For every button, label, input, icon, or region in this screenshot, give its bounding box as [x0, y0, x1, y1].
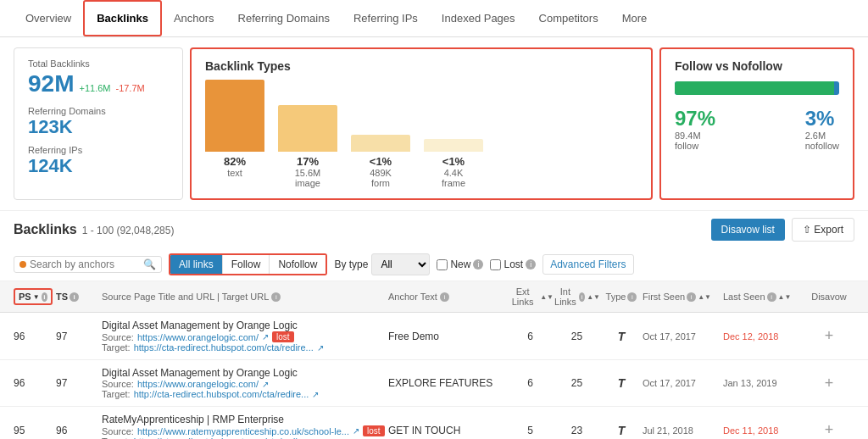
- nofollow-label: nofollow: [805, 141, 839, 151]
- total-backlinks-pos: +11.6M: [79, 83, 110, 93]
- total-backlinks-card: Total Backlinks 92M +11.6M -17.7M Referr…: [14, 47, 183, 200]
- nofollow-button[interactable]: Nofollow: [269, 255, 326, 274]
- target-link-icon: ↗: [312, 390, 319, 399]
- upload-icon: ⇧: [803, 224, 811, 236]
- row-type: T: [600, 330, 643, 343]
- disavow-list-button[interactable]: Disavow list: [711, 219, 785, 241]
- row-disavow[interactable]: +: [804, 421, 854, 439]
- last-info-icon[interactable]: i: [767, 292, 776, 302]
- type-header: Type i: [600, 292, 643, 302]
- row-last-seen: Dec 12, 2018: [723, 331, 804, 342]
- type-info-icon[interactable]: i: [627, 292, 637, 302]
- bar-frame: [424, 139, 483, 152]
- row-ps: 96: [14, 331, 53, 342]
- follow-stats: 97% 89.4M follow: [675, 107, 715, 151]
- nav-item-backlinks[interactable]: Backlinks: [83, 0, 162, 36]
- new-checkbox[interactable]: [437, 259, 448, 270]
- row-ext-links: 6: [507, 377, 554, 389]
- row-ts: 97: [56, 377, 95, 389]
- lost-info-icon[interactable]: i: [526, 259, 536, 270]
- nav-item-anchors[interactable]: Anchors: [162, 2, 226, 35]
- bytype-select[interactable]: All Text Image Form Frame: [371, 253, 430, 275]
- row-disavow[interactable]: +: [804, 327, 854, 345]
- nofollow-pct: 3%: [805, 107, 839, 131]
- int-info-icon[interactable]: i: [579, 292, 585, 302]
- table-body: 96 97 Digital Asset Management by Orange…: [0, 313, 868, 439]
- source-url[interactable]: https://www.orangelogic.com/: [137, 379, 259, 389]
- follow-nofollow-card: Follow vs Nofollow 97% 89.4M follow 3% 2…: [659, 47, 854, 200]
- nav-item-referring-ips[interactable]: Referring IPs: [342, 2, 430, 35]
- search-icon[interactable]: 🔍: [143, 258, 156, 270]
- row-type: T: [600, 424, 643, 437]
- source-header: Source Page Title and URL | Target URL i: [102, 292, 388, 302]
- first-sort-icons: ▲▼: [698, 293, 711, 301]
- first-seen-header[interactable]: First Seen i ▲▼: [643, 292, 723, 302]
- ts-info-icon[interactable]: i: [70, 292, 79, 302]
- nav-item-referring-domains[interactable]: Referring Domains: [226, 2, 342, 35]
- lost-badge: lost: [363, 425, 385, 436]
- row-first-seen: Oct 17, 2017: [643, 378, 723, 388]
- lost-checkbox[interactable]: [490, 259, 501, 270]
- follow-pct: 97%: [675, 107, 715, 131]
- bar-frame-label: <1% 4.4K frame: [424, 155, 483, 188]
- table-row: 96 97 Digital Asset Management by Orange…: [0, 360, 868, 407]
- referring-domains-value: 123K: [28, 116, 169, 138]
- row-last-seen: Jan 13, 2019: [723, 378, 804, 388]
- nav-item-overview[interactable]: Overview: [14, 2, 83, 35]
- source-info-icon[interactable]: i: [271, 292, 281, 302]
- first-info-icon[interactable]: i: [687, 292, 696, 302]
- int-links-header[interactable]: Int Links i ▲▼: [554, 286, 600, 307]
- follow-bar-green: [675, 81, 834, 95]
- anchor-info-icon[interactable]: i: [440, 292, 449, 302]
- source-url[interactable]: https://www.orangelogic.com/: [137, 332, 259, 342]
- search-input[interactable]: [30, 258, 140, 270]
- orange-dot: [19, 261, 26, 268]
- total-backlinks-neg: -17.7M: [115, 83, 144, 93]
- row-anchor: Free Demo: [388, 331, 507, 342]
- source-label: Source:: [102, 426, 134, 436]
- all-links-button[interactable]: All links: [170, 255, 222, 274]
- source-url[interactable]: https://www.ratemyapprenticeship.co.uk/s…: [137, 426, 349, 436]
- backlinks-title: Backlinks: [14, 222, 77, 237]
- row-ext-links: 6: [507, 331, 554, 342]
- ps-header[interactable]: PS ▼ i: [14, 288, 53, 305]
- nav-item-more[interactable]: More: [610, 2, 659, 35]
- external-link-icon: ↗: [353, 426, 359, 436]
- ext-sort-icons: ▲▼: [540, 293, 554, 301]
- link-filter-group: All links Follow Nofollow: [169, 253, 327, 275]
- target-url[interactable]: http://cta-redirect.hubspot.com/cta/redi…: [134, 389, 309, 399]
- row-disavow[interactable]: +: [804, 375, 854, 392]
- follow-button[interactable]: Follow: [222, 255, 270, 274]
- row-title: RateMyApprenticeship | RMP Enterprise: [102, 414, 388, 425]
- bar-form: [351, 135, 410, 152]
- nav-bar: Overview Backlinks Anchors Referring Dom…: [0, 0, 868, 37]
- follow-nofollow-title: Follow vs Nofollow: [675, 59, 839, 73]
- last-seen-header[interactable]: Last Seen i ▲▼: [723, 292, 804, 302]
- nav-item-competitors[interactable]: Competitors: [527, 2, 610, 35]
- bar-image-label: 17% 15.6M image: [278, 155, 337, 188]
- row-source: RateMyApprenticeship | RMP Enterprise So…: [102, 414, 388, 439]
- bar-text: [205, 80, 264, 152]
- total-backlinks-label: Total Backlinks: [28, 58, 169, 69]
- advanced-filters-button[interactable]: Advanced Filters: [542, 254, 633, 275]
- ts-header[interactable]: TS i: [56, 292, 95, 302]
- disavow-header: Disavow: [804, 292, 854, 302]
- target-url[interactable]: https://cta-redirect.hubspot.com/cta/red…: [134, 342, 314, 353]
- nav-item-indexed-pages[interactable]: Indexed Pages: [430, 2, 527, 35]
- external-link-icon: ↗: [262, 332, 269, 342]
- new-label: New: [450, 258, 470, 270]
- row-first-seen: Oct 17, 2017: [643, 331, 723, 342]
- row-last-seen: Dec 11, 2018: [723, 425, 804, 436]
- lost-label: Lost: [504, 258, 523, 270]
- ps-info-icon[interactable]: i: [42, 292, 47, 302]
- new-info-icon[interactable]: i: [473, 259, 483, 270]
- backlink-types-title: Backlink Types: [205, 59, 637, 73]
- int-sort-icons: ▲▼: [587, 293, 600, 301]
- ext-links-header[interactable]: Ext Links ▲▼: [507, 286, 554, 307]
- ps-sort-icon: ▼: [33, 293, 40, 301]
- bytype-label: By type: [334, 258, 368, 270]
- row-ps: 95: [14, 425, 53, 436]
- toolbar: 🔍 All links Follow Nofollow By type All …: [0, 248, 868, 281]
- target-label: Target:: [102, 389, 131, 399]
- export-button[interactable]: ⇧ Export: [792, 218, 854, 242]
